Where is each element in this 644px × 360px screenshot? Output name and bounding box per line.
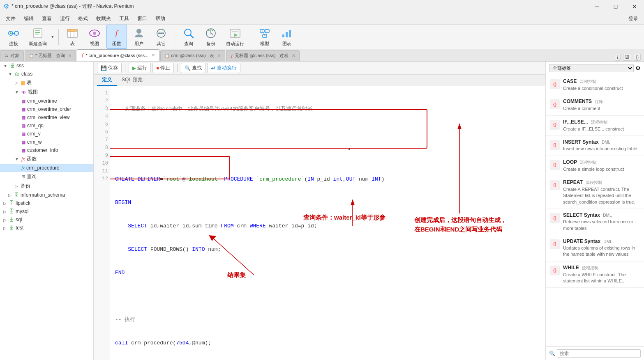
tab-crm-table[interactable]: 📋 crm @class (sss) - 表 ✕ [160,50,225,61]
tab-image-button[interactable]: 🖼 [623,54,631,61]
tab-objects[interactable]: 🗂 对象 [0,50,24,61]
insert-content: INSERT Syntax DML Insert new rows into a… [563,139,640,152]
snippet-comments[interactable]: {} COMMENTS 注释 Create a comment [546,95,644,115]
wrap-button[interactable]: ↵ 自动换行 [207,63,240,73]
new-query-arrow[interactable]: ▼ [50,25,55,48]
sidebar-item-query[interactable]: ⊞ 查询 [0,172,93,181]
snippet-loop[interactable]: {} LOOP 流程控制 Create a simple loop constr… [546,156,644,176]
tool-backup[interactable]: 备份 [201,25,221,48]
select-title: SELECT Syntax DML [563,212,640,218]
sidebar-item-customer-info[interactable]: ▦ customer_info [0,146,93,154]
menu-tools[interactable]: 工具 [115,14,133,24]
tab-sql-preview[interactable]: SQL 预览 [117,75,148,86]
autorun-icon [229,27,242,40]
tool-table[interactable]: 表 [62,25,83,48]
backup-expand-icon: ▷ [15,184,18,188]
svg-point-18 [160,32,162,34]
menu-run[interactable]: 运行 [56,14,74,24]
autorun-label: 自动运行 [226,41,244,47]
menu-edit[interactable]: 编辑 [20,14,38,24]
model-label: 模型 [260,41,269,47]
sidebar-item-crm-overtime[interactable]: ▦ crm_overtime [0,97,93,105]
backup-label: 备份 [21,183,30,190]
save-button[interactable]: 💾 保存 [97,63,122,73]
code-line-1: -- 实现业务：查询crm表中，业务员编号为7504的服务客户编号，以及通话总时… [115,105,540,113]
stop-button[interactable]: ■ 停止 [152,63,174,73]
crm-proc-tab-close[interactable]: ✕ [152,53,155,57]
code-content[interactable]: -- 实现业务：查询crm表中，业务员编号为7504的服务客户编号，以及通话总时… [110,86,545,360]
menu-window[interactable]: 窗口 [133,14,151,24]
tab-info-button[interactable]: ℹ [615,54,621,61]
login-button[interactable]: 登录 [624,14,642,24]
tool-view[interactable]: 视图 [84,25,105,48]
sidebar-item-functions[interactable]: ▼ fx 函数 [0,154,93,164]
main-layout: ▼ 🗄 sss ▼ 🗂 class ▷ ▦ 表 ▼ 👁 视图 ▦ crm_ove… [0,62,644,360]
menu-favorites[interactable]: 收藏夹 [92,14,115,24]
menu-view[interactable]: 查看 [38,14,56,24]
sidebar-item-crm-w[interactable]: ▦ crm_w [0,138,93,146]
tag-filter-select[interactable]: 全部标签 流程控制 DML 注释 [549,64,634,72]
untitled-query-tab-close[interactable]: ✕ [68,53,72,58]
loop-title: LOOP 流程控制 [563,159,640,165]
sidebar-item-crm-qq[interactable]: ▦ crm_qq [0,122,93,130]
snippet-while[interactable]: {} WHILE 流程控制 Create a WHILE construct. … [546,261,644,288]
code-line-2 [115,128,540,136]
sidebar-item-class[interactable]: ▼ 🗂 class [0,70,93,78]
sidebar-item-lipstick[interactable]: ▷ 🗄 lipstick [0,199,93,207]
sidebar-item-crm-overtime-order[interactable]: ▦ crm_overtime_order [0,105,93,113]
snippet-insert[interactable]: {} INSERT Syntax DML Insert new rows int… [546,136,644,156]
untitled-proc-tab-close[interactable]: ✕ [292,53,295,58]
settings-icon[interactable]: ⚙ [635,65,641,71]
snippet-ifelse[interactable]: {} IF...ELSE... 流程控制 Create a IF...ELSE.… [546,116,644,136]
tab-code-button[interactable]: {} [634,54,641,61]
sidebar-item-crm-v[interactable]: ▦ crm_v [0,130,93,138]
sidebar-item-crm-overtime-view[interactable]: ▦ crm_overtime_view [0,113,93,122]
fx-icon: fx [21,156,25,162]
editor-toolbar-sep1 [125,64,125,72]
menu-file[interactable]: 文件 [2,14,20,24]
functions-expand-icon: ▼ [15,157,19,161]
close-button[interactable]: ✕ [625,0,644,13]
snippet-case[interactable]: {} CASE 流程控制 Create a conditional constr… [546,75,644,95]
sidebar-item-sql[interactable]: ▷ 🗄 sql [0,216,93,224]
tool-model[interactable]: 模型 [254,25,275,48]
menu-format[interactable]: 格式 [74,14,92,24]
view-row-icon4: ▦ [21,123,25,128]
sidebar-item-mysql[interactable]: ▷ 🗄 mysql [0,207,93,216]
tool-function[interactable]: ƒ 函数 [106,25,127,49]
sidebar-item-sss[interactable]: ▼ 🗄 sss [0,62,93,70]
snippet-select[interactable]: {} SELECT Syntax DML Retrieve rows selec… [546,209,644,235]
search-input[interactable] [557,349,641,358]
tab-untitled-proc[interactable]: ƒ 无标题 @class (sss) - 过程 ✕ [226,50,300,61]
sidebar-item-information-schema[interactable]: ▷ 🗄 information_schema [0,191,93,199]
find-button[interactable]: 🔍 查找 [181,63,205,73]
code-line-11: call crm_procedure(7504,@num); [115,339,540,347]
code-editor[interactable]: 123456 789101112 -- 实现业务：查询crm表中，业务员编号为7… [94,86,545,360]
tool-user[interactable]: 用户 [129,25,149,48]
tool-query[interactable]: 查询 [178,25,199,48]
sidebar-item-test[interactable]: ▷ 🗄 test [0,224,93,232]
maximize-button[interactable]: □ [606,0,625,13]
snippet-repeat[interactable]: {} REPEAT 流程控制 Create A REPEAT construct… [546,176,644,209]
update-tag: DML [603,239,612,244]
tool-chart[interactable]: 图表 [277,25,297,48]
untitled-query-tab-label: * 无标题 - 查询 [35,53,65,59]
annotation-label-result: 结果集 [227,271,246,279]
run-button[interactable]: ▶ 运行 [129,63,151,73]
tab-definition[interactable]: 定义 [97,75,117,86]
snippet-update[interactable]: {} UPDATE Syntax DML Updates columns of … [546,235,644,261]
tab-untitled-query[interactable]: 📋 * 无标题 - 查询 ✕ [25,50,76,61]
sidebar-item-crm-procedure[interactable]: fx crm_procedure [0,164,93,172]
sidebar-item-tables[interactable]: ▷ ▦ 表 [0,78,93,87]
sidebar-item-views[interactable]: ▼ 👁 视图 [0,87,93,97]
svg-point-14 [93,32,96,35]
tool-autorun[interactable]: 自动运行 [223,25,247,48]
sidebar-item-backup[interactable]: ▷ 备份 [0,181,93,191]
tool-new-query[interactable]: 新建查询 [25,25,50,48]
tool-other[interactable]: 其它 [151,25,171,48]
tool-connect[interactable]: 连接 [3,25,24,48]
minimize-button[interactable]: ─ [587,0,606,13]
crm-table-tab-close[interactable]: ✕ [217,53,221,58]
menu-help[interactable]: 帮助 [151,14,169,24]
tab-crm-procedure[interactable]: ƒ * crm_procedure @class (sss... ✕ [77,49,159,61]
